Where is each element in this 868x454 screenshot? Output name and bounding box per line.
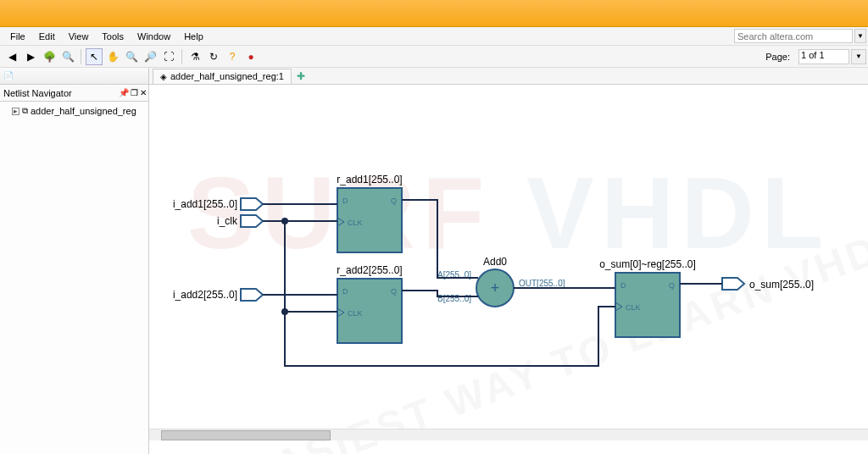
find-icon[interactable]: 🔍 bbox=[59, 48, 76, 65]
hand-icon[interactable]: ✋ bbox=[104, 48, 121, 65]
pin-icon[interactable]: 📌 bbox=[119, 88, 129, 97]
svg-text:CLK: CLK bbox=[626, 303, 641, 312]
port-i-add2: i_add2[255..0] bbox=[173, 289, 263, 301]
tree-expand-icon[interactable]: ▸ bbox=[12, 108, 19, 115]
document-tab[interactable]: ◈ adder_half_unsigned_reg:1 bbox=[153, 69, 292, 84]
navigator-title: Netlist Navigator bbox=[3, 88, 72, 98]
filter-icon[interactable]: ⚗ bbox=[186, 48, 203, 65]
sidebar: 📄 Netlist Navigator 📌 ❐ ✕ ▸ ⧉ adder_half… bbox=[0, 68, 149, 454]
menu-file[interactable]: File bbox=[3, 30, 32, 43]
register-o-sum: o_sum[0]~reg[255..0] D Q CLK bbox=[599, 258, 696, 337]
title-bar bbox=[0, 0, 868, 27]
canvas-area: ◈ adder_half_unsigned_reg:1 ✚ SURF VHDL … bbox=[149, 68, 868, 454]
svg-text:r_add1[255..0]: r_add1[255..0] bbox=[337, 174, 402, 185]
tab-title: adder_half_unsigned_reg:1 bbox=[170, 71, 284, 81]
zoom-out-icon[interactable]: 🔎 bbox=[142, 48, 159, 65]
svg-text:B[255..0]: B[255..0] bbox=[437, 294, 471, 303]
tree-item-root[interactable]: ▸ ⧉ adder_half_unsigned_reg bbox=[3, 105, 145, 117]
forward-icon[interactable]: ▶ bbox=[22, 48, 39, 65]
svg-text:D: D bbox=[342, 287, 348, 296]
rtl-diagram: i_add1[255..0] i_clk i_add2[255..0] r_ad… bbox=[149, 85, 868, 454]
hierarchy-icon: ⧉ bbox=[22, 106, 28, 116]
menu-view[interactable]: View bbox=[62, 30, 96, 43]
svg-text:CLK: CLK bbox=[348, 219, 363, 227]
search-input[interactable] bbox=[734, 29, 853, 43]
tree-view[interactable]: ▸ ⧉ adder_half_unsigned_reg bbox=[0, 102, 148, 454]
zoom-in-icon[interactable]: 🔍 bbox=[123, 48, 140, 65]
svg-text:i_clk: i_clk bbox=[217, 215, 238, 227]
menu-help[interactable]: Help bbox=[177, 30, 210, 43]
search-dropdown[interactable]: ▼ bbox=[854, 29, 866, 43]
menu-edit[interactable]: Edit bbox=[32, 30, 62, 43]
svg-text:i_add2[255..0]: i_add2[255..0] bbox=[173, 289, 237, 301]
close-icon[interactable]: ✕ bbox=[140, 88, 147, 97]
diagram-canvas[interactable]: SURF VHDL THE EASIEST WAY TO LEARN VHDL … bbox=[149, 85, 868, 454]
adder-add0: Add0 + A[255..0] B[255..0] OUT[255..0] bbox=[437, 256, 565, 307]
tree-item-label: adder_half_unsigned_reg bbox=[31, 106, 136, 116]
svg-text:Q: Q bbox=[669, 281, 675, 290]
svg-point-26 bbox=[282, 309, 287, 314]
sidebar-tab-row: 📄 bbox=[0, 68, 148, 85]
register-r-add1: r_add1[255..0] D Q CLK bbox=[337, 174, 402, 252]
svg-text:Add0: Add0 bbox=[483, 256, 507, 268]
zoom-fit-icon[interactable]: ⛶ bbox=[160, 48, 177, 65]
svg-text:D: D bbox=[342, 197, 348, 205]
svg-text:r_add2[255..0]: r_add2[255..0] bbox=[337, 264, 402, 276]
pointer-icon[interactable]: ↖ bbox=[86, 48, 103, 65]
menu-tools[interactable]: Tools bbox=[95, 30, 131, 43]
svg-text:D: D bbox=[620, 281, 626, 290]
help-icon[interactable]: ? bbox=[224, 48, 241, 65]
refresh-icon[interactable]: ↻ bbox=[205, 48, 222, 65]
tree-icon[interactable]: 🌳 bbox=[41, 48, 58, 65]
new-tab-icon[interactable]: ✚ bbox=[293, 70, 309, 82]
svg-text:o_sum[255..0]: o_sum[255..0] bbox=[749, 279, 814, 291]
window-icon[interactable]: ❐ bbox=[131, 88, 138, 97]
chip-icon: ◈ bbox=[160, 72, 167, 81]
svg-text:i_add1[255..0]: i_add1[255..0] bbox=[173, 198, 237, 210]
sidebar-tab-icon[interactable]: 📄 bbox=[3, 71, 14, 80]
register-r-add2: r_add2[255..0] D Q CLK bbox=[337, 264, 402, 343]
svg-point-25 bbox=[282, 219, 287, 224]
page-selector[interactable]: 1 of 1 bbox=[798, 49, 849, 64]
svg-text:Q: Q bbox=[391, 287, 397, 296]
svg-text:+: + bbox=[491, 280, 500, 296]
sidebar-navigator-header[interactable]: Netlist Navigator 📌 ❐ ✕ bbox=[0, 85, 148, 102]
svg-text:CLK: CLK bbox=[348, 309, 363, 318]
scrollbar-thumb[interactable] bbox=[161, 430, 331, 440]
svg-text:OUT[255..0]: OUT[255..0] bbox=[519, 279, 565, 288]
port-i-add1: i_add1[255..0] bbox=[173, 198, 263, 210]
horizontal-scrollbar[interactable] bbox=[149, 429, 868, 440]
svg-text:o_sum[0]~reg[255..0]: o_sum[0]~reg[255..0] bbox=[599, 258, 696, 270]
page-dropdown-icon[interactable]: ▼ bbox=[851, 49, 866, 64]
back-icon[interactable]: ◀ bbox=[3, 48, 20, 65]
page-label: Page: bbox=[765, 52, 790, 62]
menu-bar: File Edit View Tools Window Help ▼ bbox=[0, 27, 868, 46]
svg-text:Q: Q bbox=[391, 197, 397, 205]
port-i-clk: i_clk bbox=[217, 215, 263, 227]
document-tab-row: ◈ adder_half_unsigned_reg:1 ✚ bbox=[149, 68, 868, 85]
toolbar: ◀ ▶ 🌳 🔍 ↖ ✋ 🔍 🔎 ⛶ ⚗ ↻ ? ● Page: 1 of 1 ▼ bbox=[0, 46, 868, 68]
menu-window[interactable]: Window bbox=[131, 30, 177, 43]
port-o-sum: o_sum[255..0] bbox=[722, 278, 814, 291]
stop-icon[interactable]: ● bbox=[242, 48, 259, 65]
